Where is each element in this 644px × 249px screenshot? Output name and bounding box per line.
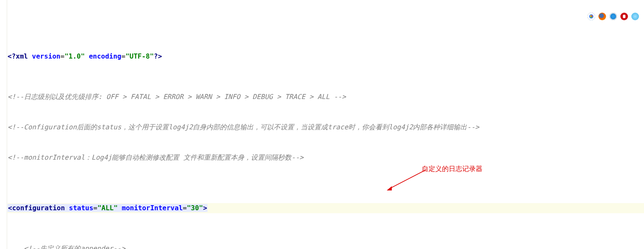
code-line: <!--先定义所有的appender--> — [8, 244, 644, 249]
chrome-icon — [587, 13, 595, 20]
code-line: <?xml version="1.0" encoding="UTF-8"?> — [8, 51, 644, 62]
browser-icons-bar — [587, 13, 639, 20]
code-line: <!--日志级别以及优先级排序: OFF > FATAL > ERROR > W… — [8, 92, 644, 102]
code-line: <!--Configuration后面的status，这个用于设置log4j2自… — [8, 122, 644, 132]
safari-icon — [609, 13, 617, 20]
opera-icon — [620, 13, 628, 20]
code-line: <!--monitorInterval：Log4j能够自动检测修改配置 文件和重… — [8, 153, 644, 163]
svg-marker-1 — [387, 186, 392, 190]
annotation-label: 自定义的日志记录器 — [422, 164, 482, 174]
firefox-icon — [598, 13, 606, 20]
code-editor[interactable]: 💡 <?xml version="1.0" encoding="UTF-8"?>… — [0, 0, 644, 249]
code-line: <configuration status="ALL" monitorInter… — [8, 203, 644, 213]
xml-decl: <? — [8, 52, 16, 60]
ie-icon — [631, 13, 639, 20]
gutter: 💡 — [0, 0, 7, 249]
svg-line-0 — [389, 170, 426, 189]
